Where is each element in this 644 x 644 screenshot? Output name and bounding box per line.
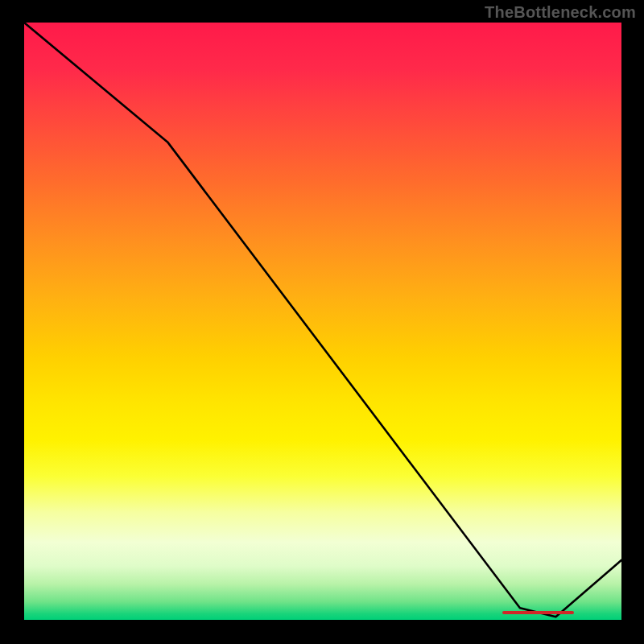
optimum-range-marker — [502, 611, 574, 614]
chart-frame: TheBottleneck.com — [0, 0, 644, 644]
watermark-text: TheBottleneck.com — [485, 3, 636, 22]
bottleneck-curve — [24, 23, 621, 620]
plot-area — [24, 23, 621, 620]
